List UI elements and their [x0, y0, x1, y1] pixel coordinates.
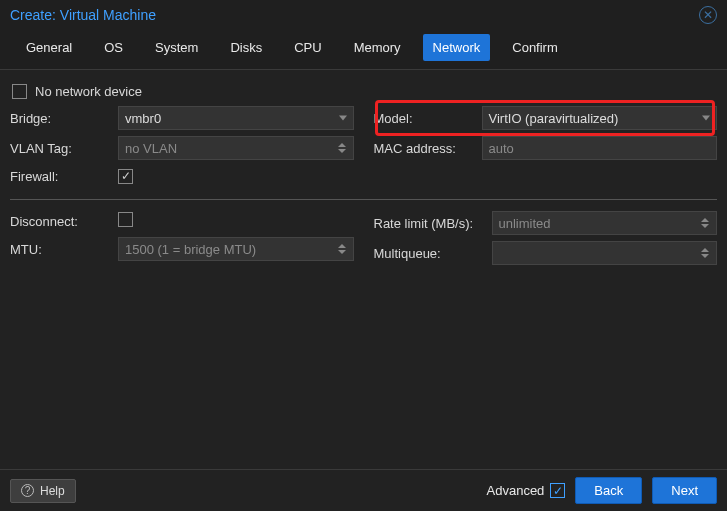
col-right-adv: Rate limit (MB/s): unlimited Multiqueue: [374, 208, 718, 268]
field-model: Model: VirtIO (paravirtualized) [374, 103, 718, 133]
tab-confirm[interactable]: Confirm [502, 34, 568, 61]
tab-system[interactable]: System [145, 34, 208, 61]
label-mtu: MTU: [10, 242, 118, 257]
col-left: Bridge: vmbr0 VLAN Tag: no VLAN Firewall… [10, 103, 354, 189]
dialog-footer: ? Help Advanced Back Next [0, 469, 727, 511]
tab-network[interactable]: Network [423, 34, 491, 61]
window-title: Create: Virtual Machine [10, 7, 156, 23]
label-model: Model: [374, 111, 482, 126]
tab-strip: General OS System Disks CPU Memory Netwo… [0, 28, 727, 70]
chevron-down-icon [702, 116, 710, 121]
dialog-create-vm: Create: Virtual Machine ✕ General OS Sys… [0, 0, 727, 511]
label-rate: Rate limit (MB/s): [374, 216, 492, 231]
mtu-placeholder: 1500 (1 = bridge MTU) [125, 242, 256, 257]
spinner-arrows-icon [698, 214, 712, 232]
spinner-arrows-icon [698, 244, 712, 262]
tab-os[interactable]: OS [94, 34, 133, 61]
help-button[interactable]: ? Help [10, 479, 76, 503]
label-multiqueue: Multiqueue: [374, 246, 492, 261]
field-firewall: Firewall: [10, 163, 354, 189]
bridge-value: vmbr0 [125, 111, 161, 126]
help-label: Help [40, 484, 65, 498]
field-bridge: Bridge: vmbr0 [10, 103, 354, 133]
mtu-input[interactable]: 1500 (1 = bridge MTU) [118, 237, 354, 261]
divider [10, 199, 717, 200]
multiqueue-input[interactable] [492, 241, 718, 265]
chevron-down-icon [339, 116, 347, 121]
fields-advanced: Disconnect: MTU: 1500 (1 = bridge MTU) R… [10, 208, 717, 268]
vlan-input[interactable]: no VLAN [118, 136, 354, 160]
back-button[interactable]: Back [575, 477, 642, 504]
tab-general[interactable]: General [16, 34, 82, 61]
mac-input[interactable]: auto [482, 136, 718, 160]
footer-right: Advanced Back Next [487, 477, 717, 504]
mac-placeholder: auto [489, 141, 514, 156]
rate-input[interactable]: unlimited [492, 211, 718, 235]
fields-top: Bridge: vmbr0 VLAN Tag: no VLAN Firewall… [10, 103, 717, 189]
field-mac: MAC address: auto [374, 133, 718, 163]
no-network-label: No network device [35, 84, 142, 99]
col-right: Model: VirtIO (paravirtualized) MAC addr… [374, 103, 718, 189]
next-button[interactable]: Next [652, 477, 717, 504]
field-multiqueue: Multiqueue: [374, 238, 718, 268]
disconnect-checkbox[interactable] [118, 212, 133, 227]
panel-network: No network device Bridge: vmbr0 VLAN Tag… [0, 70, 727, 469]
advanced-checkbox[interactable] [550, 483, 565, 498]
model-value: VirtIO (paravirtualized) [489, 111, 619, 126]
model-select[interactable]: VirtIO (paravirtualized) [482, 106, 718, 130]
label-firewall: Firewall: [10, 169, 118, 184]
label-vlan: VLAN Tag: [10, 141, 118, 156]
tab-cpu[interactable]: CPU [284, 34, 331, 61]
col-left-adv: Disconnect: MTU: 1500 (1 = bridge MTU) [10, 208, 354, 268]
spinner-arrows-icon [335, 240, 349, 258]
label-mac: MAC address: [374, 141, 482, 156]
vlan-placeholder: no VLAN [125, 141, 177, 156]
advanced-toggle[interactable]: Advanced [487, 483, 566, 498]
field-vlan: VLAN Tag: no VLAN [10, 133, 354, 163]
rate-placeholder: unlimited [499, 216, 551, 231]
close-icon[interactable]: ✕ [699, 6, 717, 24]
field-disconnect: Disconnect: [10, 208, 354, 234]
no-network-row: No network device [10, 80, 717, 103]
titlebar: Create: Virtual Machine ✕ [0, 0, 727, 28]
no-network-checkbox[interactable] [12, 84, 27, 99]
label-bridge: Bridge: [10, 111, 118, 126]
question-icon: ? [21, 484, 34, 497]
tab-disks[interactable]: Disks [220, 34, 272, 61]
firewall-checkbox[interactable] [118, 169, 133, 184]
advanced-label: Advanced [487, 483, 545, 498]
bridge-select[interactable]: vmbr0 [118, 106, 354, 130]
label-disconnect: Disconnect: [10, 214, 118, 229]
spinner-arrows-icon [335, 139, 349, 157]
field-mtu: MTU: 1500 (1 = bridge MTU) [10, 234, 354, 264]
field-rate: Rate limit (MB/s): unlimited [374, 208, 718, 238]
tab-memory[interactable]: Memory [344, 34, 411, 61]
